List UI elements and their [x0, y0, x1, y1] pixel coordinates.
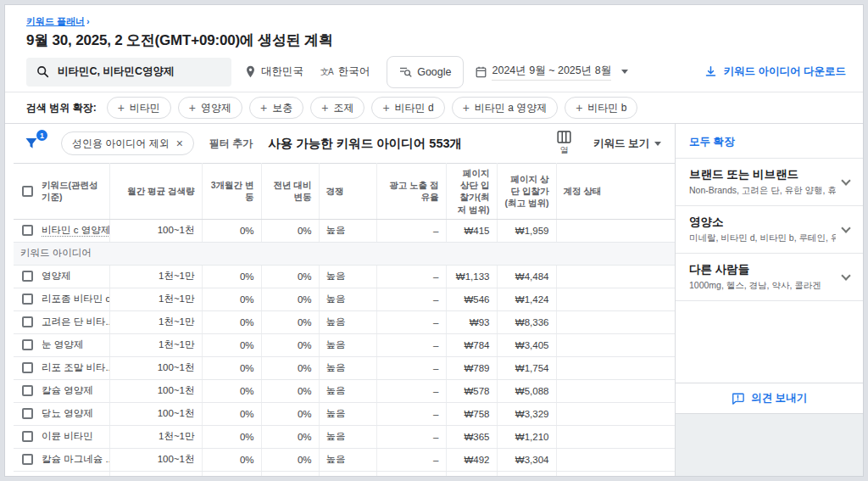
keyword-text[interactable]: 고려은 단 비타... [42, 316, 109, 327]
column-header-8[interactable]: 페이지 상단 입찰가(최고 범위) [497, 164, 556, 220]
row-checkbox[interactable] [22, 362, 33, 373]
cell-change_yoy: 0% [261, 219, 319, 242]
refine-keywords-sidebar: 모두 확장 브랜드 또는 비브랜드Non-Brands, 고려은 단, 유한 양… [675, 124, 863, 476]
search-network-icon [399, 66, 412, 77]
cell-change_yoy: 0% [261, 356, 319, 379]
remove-filter-icon[interactable]: × [176, 137, 183, 150]
cell-volume: 1천~1만 [109, 425, 202, 448]
cell-change_3mo: 0% [202, 448, 261, 471]
select-all-checkbox[interactable] [22, 186, 33, 197]
column-header-7[interactable]: 페이지 상단 입찰가(최저 범위) [446, 164, 497, 220]
broaden-chip-7[interactable]: +비타민 b [565, 97, 637, 119]
columns-button[interactable]: 열 [557, 131, 571, 156]
keyword-view-dropdown[interactable]: 키워드 보기 [593, 137, 661, 151]
cell-ad_share: – [376, 310, 446, 333]
row-checkbox[interactable] [22, 385, 33, 396]
cell-bid_low: ₩758 [446, 402, 497, 425]
chevron-down-icon[interactable] [841, 223, 850, 232]
column-header-3[interactable]: 3개월간 변동 [202, 164, 261, 220]
group-subtitle: Non-Brands, 고려은 단, 유한 양행, 휴온스, 녹십자 [689, 185, 836, 197]
expand-all-link[interactable]: 모두 확장 [676, 124, 863, 158]
cell-change_yoy: 0% [261, 425, 319, 448]
cell-change_3mo: 0% [202, 288, 261, 310]
network-selector[interactable]: Google [387, 56, 464, 88]
cell-account_status [556, 288, 675, 310]
column-header-5[interactable]: 경쟁 [319, 164, 376, 220]
row-checkbox[interactable] [22, 339, 33, 350]
keyword-text[interactable]: 비타민 c 영양제 [42, 225, 109, 237]
location-selector[interactable]: 대한민국 [245, 64, 303, 79]
chevron-down-icon[interactable] [841, 271, 850, 280]
cell-competition: 높음 [319, 333, 376, 356]
row-checkbox[interactable] [22, 431, 33, 442]
cell-change_yoy: 0% [261, 448, 319, 471]
broaden-chip-6[interactable]: +비타민 a 영양제 [452, 97, 559, 119]
refine-group-1[interactable]: 브랜드 또는 비브랜드Non-Brands, 고려은 단, 유한 양행, 휴온스… [676, 158, 863, 205]
column-header-6[interactable]: 광고 노출 점유율 [376, 164, 446, 220]
column-header-4[interactable]: 전년 대비 변동 [261, 164, 319, 220]
section-label: 키워드 아이디어 [14, 242, 675, 265]
keyword-text[interactable]: 이뮨 비타민 [42, 431, 93, 441]
broaden-search-label: 검색 범위 확장: [26, 101, 97, 115]
chevron-down-icon[interactable] [841, 176, 850, 185]
table-toolbar: 1 성인용 아이디어 제외 × 필터 추가 사용 가능한 키워드 아이디어 55… [5, 124, 675, 163]
filter-funnel-icon[interactable]: 1 [24, 132, 46, 154]
keyword-text[interactable]: 리포 조말 비타... [42, 362, 109, 372]
row-checkbox[interactable] [22, 271, 33, 282]
breadcrumb-keyword-planner[interactable]: 키워드 플래너› [26, 16, 90, 26]
cell-bid_high: ₩3,405 [497, 333, 556, 356]
keyword-text[interactable]: 리포좀 비타민 c [42, 294, 109, 304]
broaden-chip-3[interactable]: +보충 [249, 97, 303, 119]
cell-bid_low: ₩365 [446, 425, 497, 448]
cell-competition: 높음 [319, 219, 376, 242]
keyword-text[interactable]: 당뇨 영양제 [42, 408, 93, 418]
cell-change_yoy: 0% [261, 265, 319, 288]
keyword-table-area: 1 성인용 아이디어 제외 × 필터 추가 사용 가능한 키워드 아이디어 55… [5, 124, 675, 476]
broaden-chip-1[interactable]: +비타민 [107, 97, 171, 119]
cell-change_yoy: 0% [261, 379, 319, 402]
keyword-ideas-table: 키워드(관련성 기준)월간 평균 검색량3개월간 변동전년 대비 변동경쟁광고 … [14, 163, 675, 476]
keyword-text[interactable]: 영양제 [42, 271, 71, 281]
keyword-text[interactable]: 눈 영양제 [42, 339, 83, 350]
cell-bid_low: ₩784 [446, 333, 497, 356]
cell-change_3mo: 0% [202, 356, 261, 379]
send-feedback-button[interactable]: 의견 보내기 [676, 383, 863, 414]
translate-icon: 文A [320, 66, 333, 78]
download-keyword-ideas-button[interactable]: 키워드 아이디어 다운로드 [704, 64, 846, 79]
cell-ad_share: – [376, 356, 446, 379]
cell-account_status [556, 310, 675, 333]
keyword-text[interactable]: 칼슘 마그네슘 ... [42, 454, 109, 464]
row-checkbox[interactable] [22, 408, 33, 419]
plus-icon: + [382, 101, 389, 115]
section-row-keyword-ideas: 키워드 아이디어 [14, 242, 675, 265]
broaden-chip-5[interactable]: +비타민 d [371, 97, 444, 119]
group-subtitle: 미네랄, 비타민 d, 비타민 b, 루테인, 유산균 [689, 232, 836, 244]
broaden-chip-2[interactable]: +영양제 [178, 97, 242, 119]
cell-volume: 1천~1만 [109, 288, 202, 310]
chevron-down-icon [654, 142, 661, 146]
chip-label: 보충 [272, 101, 292, 115]
keywords-search-input[interactable]: 비타민C, 비타민C영양제 [26, 58, 231, 87]
table-row: 칼슘 마그네슘 ...100~1천0%0%높음–₩492₩3,304 [14, 448, 675, 471]
date-range-selector[interactable]: 2024년 9월 ~ 2025년 8월 [476, 64, 628, 81]
row-checkbox[interactable] [22, 225, 33, 236]
broaden-chip-4[interactable]: +조제 [310, 97, 364, 119]
location-pin-icon [245, 65, 256, 78]
refine-group-2[interactable]: 영양소미네랄, 비타민 d, 비타민 b, 루테인, 유산균 [676, 205, 863, 253]
cell-ad_share: – [376, 288, 446, 310]
cell-ad_share: – [376, 425, 446, 448]
add-filter-button[interactable]: 필터 추가 [209, 137, 253, 151]
column-header-9[interactable]: 계정 상태 [556, 164, 675, 220]
row-checkbox[interactable] [22, 316, 33, 327]
cell-account_status [556, 265, 675, 288]
row-checkbox[interactable] [22, 454, 33, 465]
language-selector[interactable]: 文A 한국어 [320, 64, 370, 79]
refine-group-3[interactable]: 다른 사람들1000mg, 헬스, 경남, 약사, 콜라겐 [676, 253, 863, 301]
keyword-text[interactable]: 칼슘 영양제 [42, 385, 93, 395]
column-header-1[interactable]: 키워드(관련성 기준) [42, 164, 109, 220]
cell-change_yoy: 0% [261, 333, 319, 356]
breadcrumb-arrow-icon: › [86, 16, 90, 26]
row-checkbox[interactable] [22, 294, 33, 305]
active-filter-chip[interactable]: 성인용 아이디어 제외 × [61, 131, 194, 155]
column-header-2[interactable]: 월간 평균 검색량 [109, 164, 202, 220]
